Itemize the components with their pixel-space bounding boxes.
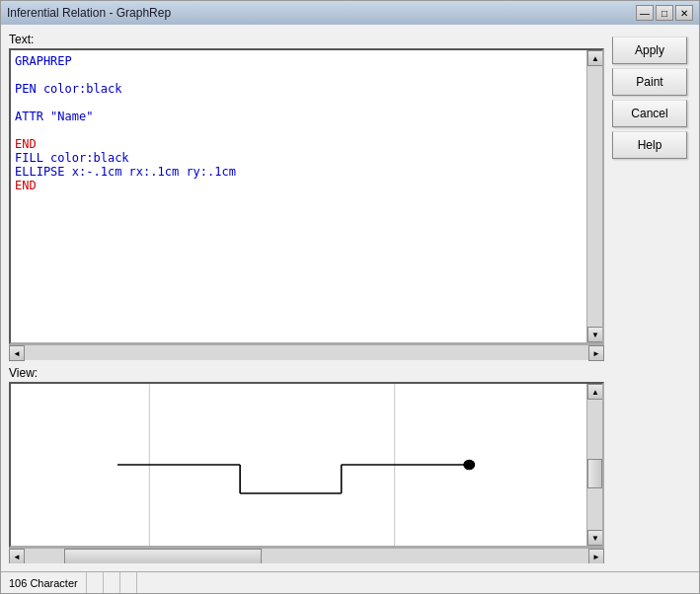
view-section: View: xyxy=(9,366,604,563)
view-scroll-left-button[interactable]: ◄ xyxy=(9,549,25,563)
close-button[interactable]: ✕ xyxy=(675,5,693,21)
view-scroll-up-button[interactable]: ▲ xyxy=(587,384,603,400)
help-button[interactable]: Help xyxy=(612,131,687,159)
content-area: Text: GRAPHREP PEN color:black ATTR "Nam… xyxy=(1,25,699,571)
view-hscrollbar[interactable]: ◄ ► xyxy=(9,548,604,563)
scroll-left-button[interactable]: ◄ xyxy=(9,345,25,361)
view-scroll-thumb-h[interactable] xyxy=(64,549,262,563)
scroll-track-v[interactable] xyxy=(587,66,602,327)
title-bar-buttons: — □ ✕ xyxy=(636,5,693,21)
scroll-up-button[interactable]: ▲ xyxy=(587,50,603,66)
character-count: 106 Character xyxy=(9,577,78,589)
svg-point-7 xyxy=(464,460,475,470)
text-hscrollbar[interactable]: ◄ ► xyxy=(9,344,604,360)
view-scroll-down-button[interactable]: ▼ xyxy=(587,530,603,546)
text-content[interactable]: GRAPHREP PEN color:black ATTR "Name" END… xyxy=(11,50,586,342)
view-canvas-wrap: ▲ ▼ xyxy=(9,382,604,548)
status-panel-4 xyxy=(120,572,137,593)
maximize-button[interactable]: □ xyxy=(656,5,673,21)
view-vscrollbar[interactable]: ▲ ▼ xyxy=(586,384,602,546)
view-canvas xyxy=(11,384,586,546)
apply-button[interactable]: Apply xyxy=(612,37,687,64)
view-scroll-track-h[interactable] xyxy=(25,549,588,563)
cancel-button[interactable]: Cancel xyxy=(612,100,687,127)
main-window: Inferential Relation - GraphRep — □ ✕ Te… xyxy=(0,0,700,594)
sidebar: Apply Paint Cancel Help xyxy=(612,33,691,563)
text-vscrollbar[interactable]: ▲ ▼ xyxy=(586,50,602,342)
text-label: Text: xyxy=(9,33,604,46)
status-panel-2 xyxy=(87,572,104,593)
view-diagram xyxy=(11,384,586,546)
scroll-right-button[interactable]: ► xyxy=(588,345,604,361)
scroll-down-button[interactable]: ▼ xyxy=(587,327,603,342)
scroll-track-h[interactable] xyxy=(25,345,588,360)
text-editor[interactable]: GRAPHREP PEN color:black ATTR "Name" END… xyxy=(9,48,604,344)
window-title: Inferential Relation - GraphRep xyxy=(7,6,171,20)
view-label: View: xyxy=(9,366,604,380)
character-count-panel: 106 Character xyxy=(1,572,87,593)
status-panel-3 xyxy=(104,572,120,593)
view-scroll-track-v[interactable] xyxy=(587,400,602,530)
status-bar: 106 Character xyxy=(1,571,699,593)
main-panel: Text: GRAPHREP PEN color:black ATTR "Nam… xyxy=(9,33,604,563)
view-scroll-thumb-v[interactable] xyxy=(587,459,602,488)
text-section: Text: GRAPHREP PEN color:black ATTR "Nam… xyxy=(9,33,604,360)
minimize-button[interactable]: — xyxy=(636,5,654,21)
paint-button[interactable]: Paint xyxy=(612,68,687,96)
view-scroll-right-button[interactable]: ► xyxy=(588,549,604,563)
title-bar: Inferential Relation - GraphRep — □ ✕ xyxy=(1,1,699,25)
